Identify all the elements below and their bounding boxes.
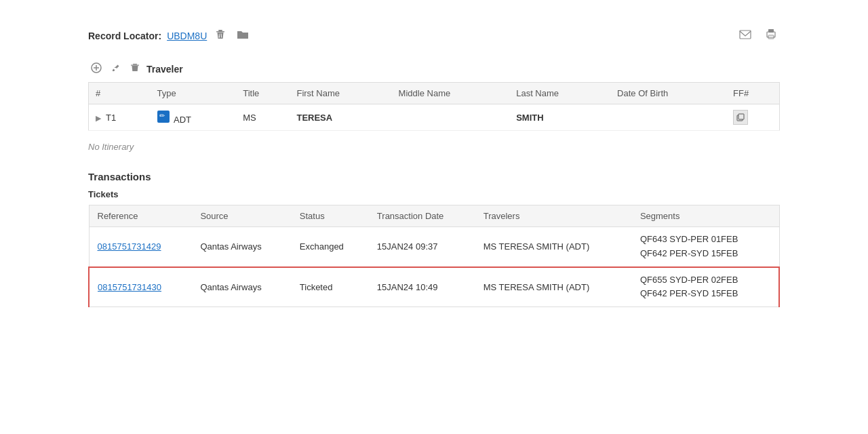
cell-dob: [610, 104, 726, 131]
table-row: ▶ T1 ADT MS TERESA SMITH: [89, 104, 780, 131]
copy-ff-button[interactable]: [733, 110, 748, 125]
cell-travelers: MS TERESA SMITH (ADT): [475, 227, 632, 267]
record-locator-row: Record Locator: UBDM8U: [88, 27, 780, 45]
svg-rect-10: [738, 114, 744, 119]
record-locator-right: [736, 27, 780, 45]
delete-traveler-button[interactable]: [127, 62, 142, 76]
col-middle-name: Middle Name: [392, 83, 510, 104]
tickets-header-row: Reference Source Status Transaction Date…: [89, 205, 779, 227]
print-button[interactable]: [762, 27, 780, 45]
col-type: Type: [151, 83, 237, 104]
cell-id: T1: [106, 113, 116, 123]
table-row: 0815751731429 Qantas Airways Exchanged 1…: [89, 227, 779, 267]
svg-rect-8: [131, 65, 139, 66]
tickets-title: Tickets: [88, 189, 780, 199]
trash-small-icon: [130, 63, 140, 73]
ticket-link-1[interactable]: 0815751731429: [98, 241, 161, 252]
cell-ff: [726, 104, 779, 131]
transactions-title: Transactions: [88, 171, 780, 182]
cell-reference: 0815751731429: [89, 227, 192, 267]
add-traveler-button[interactable]: [88, 61, 104, 77]
folder-button[interactable]: [234, 28, 252, 44]
col-ff: FF#: [726, 83, 779, 104]
cell-status: Exchanged: [292, 227, 369, 267]
cell-first-name: TERESA: [290, 104, 391, 131]
folder-icon: [237, 29, 249, 40]
print-icon: [765, 28, 777, 41]
tickets-col-transaction-date: Transaction Date: [369, 205, 475, 227]
cell-transaction-date: 15JAN24 09:37: [369, 227, 475, 267]
ticket-link-2[interactable]: 0815751731430: [98, 282, 161, 292]
svg-rect-7: [133, 64, 137, 65]
svg-rect-1: [216, 31, 224, 33]
table-row-highlighted: 0815751731430 Qantas Airways Ticketed 15…: [89, 267, 779, 307]
tickets-col-source: Source: [192, 205, 291, 227]
svg-rect-2: [740, 31, 751, 39]
traveler-table: # Type Title First Name Middle Name Last…: [88, 82, 780, 131]
record-locator-link[interactable]: UBDM8U: [167, 31, 207, 41]
col-hash: #: [89, 83, 151, 104]
edit-traveler-button[interactable]: [108, 62, 123, 76]
email-icon: [739, 30, 751, 39]
record-locator-left: Record Locator: UBDM8U: [88, 28, 252, 44]
cell-middle-name: [392, 104, 510, 131]
tickets-col-status: Status: [292, 205, 369, 227]
cell-status-highlighted: Ticketed: [292, 267, 369, 307]
col-dob: Date Of Birth: [610, 83, 726, 104]
add-icon: [91, 62, 102, 73]
traveler-toolbar: Traveler: [88, 61, 780, 77]
email-button[interactable]: [736, 28, 754, 43]
col-last-name: Last Name: [509, 83, 610, 104]
cell-expand[interactable]: ▶ T1: [89, 104, 151, 131]
cell-source-highlighted: Qantas Airways: [192, 267, 291, 307]
col-title: Title: [236, 83, 290, 104]
no-itinerary-message: No Itinerary: [88, 142, 780, 152]
cell-segments-highlighted: QF655 SYD-PER 02FEBQF642 PER-SYD 15FEB: [632, 267, 779, 307]
pencil-icon: [111, 63, 121, 73]
cell-travelers-highlighted: MS TERESA SMITH (ADT): [475, 267, 632, 307]
cell-last-name: SMITH: [509, 104, 610, 131]
cell-segments: QF643 SYD-PER 01FEBQF642 PER-SYD 15FEB: [632, 227, 779, 267]
page-container: Record Locator: UBDM8U: [47, 0, 821, 334]
tickets-table: Reference Source Status Transaction Date…: [88, 205, 780, 307]
col-first-name: First Name: [290, 83, 391, 104]
delete-button[interactable]: [212, 28, 229, 44]
record-locator-label: Record Locator:: [88, 31, 161, 41]
traveler-section-title: Traveler: [146, 64, 183, 75]
svg-rect-4: [768, 29, 774, 33]
tickets-col-travelers: Travelers: [475, 205, 632, 227]
cell-transaction-date-highlighted: 15JAN24 10:49: [369, 267, 475, 307]
svg-rect-0: [218, 30, 222, 31]
traveler-edit-icon: [157, 111, 170, 123]
expand-arrow-icon[interactable]: ▶: [96, 114, 101, 122]
cell-title: MS: [236, 104, 290, 131]
cell-source: Qantas Airways: [192, 227, 291, 267]
copy-icon: [736, 113, 745, 121]
transactions-section: Transactions Tickets Reference Source St…: [88, 171, 780, 307]
tickets-col-reference: Reference: [89, 205, 192, 227]
cell-type: ADT: [151, 104, 237, 131]
trash-icon: [215, 29, 226, 40]
tickets-col-segments: Segments: [632, 205, 779, 227]
cell-reference-highlighted: 0815751731430: [89, 267, 192, 307]
